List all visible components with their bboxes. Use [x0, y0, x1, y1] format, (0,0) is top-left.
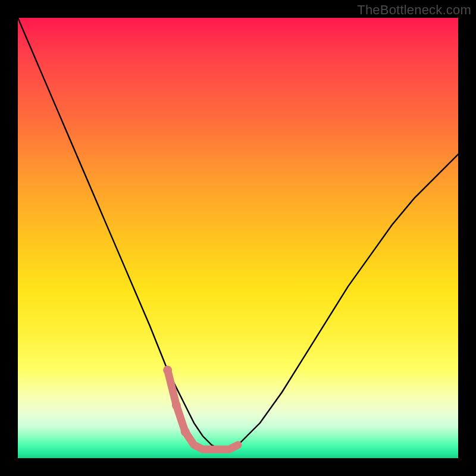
trough-marker-dot — [163, 366, 172, 375]
trough-marker-path — [168, 370, 238, 449]
watermark-label: TheBottleneck.com — [357, 2, 471, 18]
trough-marker-dot — [181, 427, 190, 436]
plot-area — [18, 18, 458, 458]
chart-frame: TheBottleneck.com — [0, 0, 476, 476]
trough-marker-dot — [172, 401, 181, 410]
bottleneck-curve — [18, 18, 458, 449]
trough-markers — [163, 366, 238, 450]
plot-svg — [18, 18, 458, 458]
